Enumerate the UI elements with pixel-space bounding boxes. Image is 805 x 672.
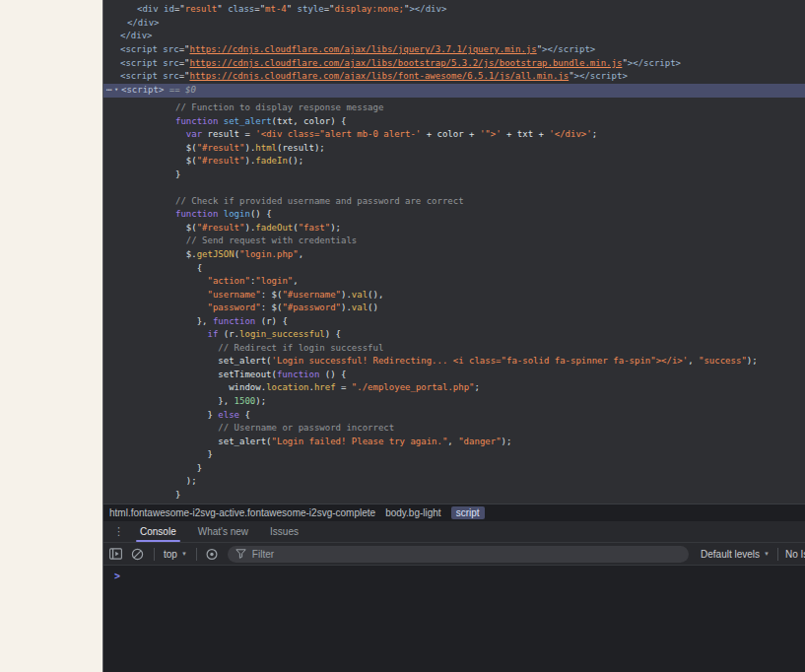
default-levels-dropdown[interactable]: Default levels ▼ xyxy=(701,549,770,560)
show-console-sidebar-icon xyxy=(109,548,122,560)
code-line: var result = '<div class="alert mb-0 ale… xyxy=(175,128,805,142)
code-line: if (r.login_successful) { xyxy=(175,328,805,342)
clear-console-icon xyxy=(131,548,144,561)
code-line: } else { xyxy=(175,409,805,423)
expand-arrow-icon[interactable]: ▾ xyxy=(114,84,118,98)
tab-console[interactable]: Console xyxy=(129,521,187,542)
dom-node-text: <script src="https://cdnjs.cloudflare.co… xyxy=(103,58,681,68)
breadcrumb-item-body[interactable]: body.bg-light xyxy=(385,507,441,518)
code-line: ); xyxy=(175,475,805,489)
chevron-down-icon: ▼ xyxy=(764,551,770,557)
code-line: $("#result").html(result); xyxy=(175,142,805,156)
ellipsis-menu-icon[interactable]: ⋯ xyxy=(106,84,111,98)
selected-node-annotation: == $0 xyxy=(164,85,196,95)
code-line: }, function (r) { xyxy=(175,315,805,329)
console-drawer: ⋮ ConsoleWhat's newIssues xyxy=(103,521,805,672)
code-line: window.location.href = "./employee_porta… xyxy=(175,381,805,395)
breadcrumb-item-script[interactable]: script xyxy=(451,506,485,519)
drawer-tabs: ConsoleWhat's newIssues xyxy=(129,521,309,542)
show-console-sidebar-button[interactable] xyxy=(109,548,122,560)
dom-tree-row[interactable]: <div id="result" class="mt-4" style="dis… xyxy=(103,3,805,17)
issues-counter[interactable]: No Issues xyxy=(785,549,805,560)
eye-icon xyxy=(205,548,219,561)
create-live-expression-button[interactable] xyxy=(205,548,219,561)
code-line: "password": $("#password").val() xyxy=(175,302,805,315)
devtools-screenshot: <div id="result" class="mt-4" style="dis… xyxy=(0,0,805,672)
code-line: function login() { xyxy=(175,208,805,222)
code-line: }, 1500); xyxy=(175,395,805,409)
clear-console-button[interactable] xyxy=(131,548,144,561)
code-line: setTimeout(function () { xyxy=(175,369,805,382)
dom-tree-row[interactable]: <script src="https://cdnjs.cloudflare.co… xyxy=(103,43,805,57)
code-line: "username": $("#username").val(), xyxy=(175,289,805,302)
console-toolbar: top ▼ Defa xyxy=(103,543,805,566)
dom-tree-row[interactable]: </div> xyxy=(103,17,805,31)
dom-tree: <div id="result" class="mt-4" style="dis… xyxy=(103,0,805,98)
code-line: set_alert('Login successful! Redirecting… xyxy=(175,355,805,369)
dom-node-text: <script> xyxy=(103,85,164,95)
page-background xyxy=(0,0,102,672)
toolbar-right-group: Default levels ▼ No Issues xyxy=(701,548,805,561)
funnel-filter-icon xyxy=(235,549,246,559)
console-prompt-chevron-icon[interactable]: > xyxy=(103,566,805,581)
breadcrumb-item-html[interactable]: html.fontawesome-i2svg-active.fontawesom… xyxy=(109,507,375,518)
code-line: } xyxy=(175,168,805,182)
code-line: $.getJSON("login.php", xyxy=(175,248,805,262)
code-line: // Redirect if login successful xyxy=(175,342,805,356)
code-line: $("#result").fadeIn(); xyxy=(175,155,805,168)
tab-what-s-new[interactable]: What's new xyxy=(187,521,259,542)
dom-tree-row[interactable]: <script src="https://cdnjs.cloudflare.co… xyxy=(103,70,805,84)
code-line: set_alert("Login failed! Please try agai… xyxy=(175,436,805,449)
code-line: function set_alert(txt, color) { xyxy=(175,115,805,129)
dom-node-text: </div> xyxy=(103,31,153,40)
tab-issues[interactable]: Issues xyxy=(259,521,309,542)
dom-node-text: <script src="https://cdnjs.cloudflare.co… xyxy=(103,44,595,54)
console-filter-box[interactable] xyxy=(228,546,689,563)
code-line: $("#result").fadeOut("fast"); xyxy=(175,222,805,235)
dom-node-text: <script src="https://cdnjs.cloudflare.co… xyxy=(103,71,628,81)
code-line: "action":"login", xyxy=(175,275,805,289)
code-line: } xyxy=(175,462,805,476)
dom-tree-row-selected-script[interactable]: ⋯▾<script> == $0 xyxy=(103,84,805,98)
drawer-tabs-bar: ⋮ ConsoleWhat's newIssues xyxy=(103,521,805,543)
code-line: // Send request with credentials xyxy=(175,235,805,248)
dom-node-text: <div id="result" class="mt-4" style="dis… xyxy=(103,4,446,14)
default-levels-label: Default levels xyxy=(701,549,760,560)
dom-node-text: </div> xyxy=(103,18,160,28)
context-selector[interactable]: top ▼ xyxy=(164,549,187,560)
code-line: // Function to display response message xyxy=(175,101,805,115)
devtools-panel: <div id="result" class="mt-4" style="dis… xyxy=(102,0,805,672)
chevron-down-icon: ▼ xyxy=(181,551,187,557)
code-line xyxy=(175,181,805,195)
dom-tree-row[interactable]: </div> xyxy=(103,30,805,43)
code-line: } xyxy=(175,489,805,503)
kebab-menu-icon[interactable]: ⋮ xyxy=(113,525,123,538)
script-source-text: // Function to display response messagef… xyxy=(103,101,805,502)
toolbar-separator xyxy=(777,548,778,561)
code-line: } xyxy=(175,448,805,462)
console-messages-area[interactable]: > xyxy=(103,566,805,672)
code-line: // Check if provided username and passwo… xyxy=(175,195,805,209)
dom-tree-row[interactable]: <script src="https://cdnjs.cloudflare.co… xyxy=(103,57,805,71)
code-line: { xyxy=(175,262,805,276)
elements-panel: <div id="result" class="mt-4" style="dis… xyxy=(103,0,805,504)
code-line: // Username or password incorrect xyxy=(175,422,805,436)
context-selector-label: top xyxy=(164,549,177,560)
toolbar-separator xyxy=(196,548,197,561)
filter-input[interactable] xyxy=(252,549,681,560)
breadcrumb: html.fontawesome-i2svg-active.fontawesom… xyxy=(103,504,805,521)
toolbar-separator xyxy=(154,548,155,561)
